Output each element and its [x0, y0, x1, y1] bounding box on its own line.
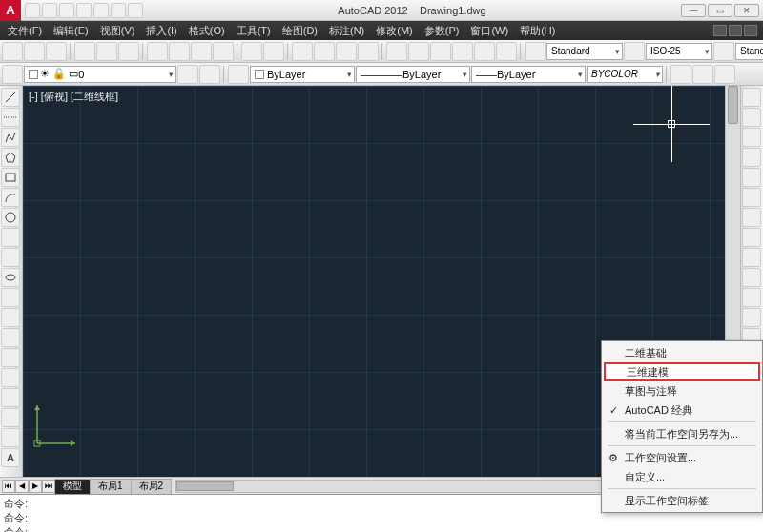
spline-icon[interactable] — [1, 248, 20, 267]
qat-more-icon[interactable] — [128, 3, 143, 18]
circle-icon[interactable] — [1, 208, 20, 227]
mdi-minimize-button[interactable] — [713, 25, 727, 36]
arc-icon[interactable] — [1, 188, 20, 207]
qat-new-icon[interactable] — [25, 3, 40, 18]
tab-nav-prev[interactable]: ◀ — [15, 480, 29, 493]
tool-palettes-icon[interactable] — [430, 42, 451, 61]
layer-previous-icon[interactable] — [177, 65, 198, 84]
insert-block-icon2[interactable] — [1, 308, 20, 327]
qat-open-icon[interactable] — [42, 3, 57, 18]
qat-print-icon[interactable] — [111, 3, 126, 18]
preview-icon[interactable] — [96, 42, 117, 61]
open-icon[interactable] — [24, 42, 45, 61]
cm-save-workspace-as[interactable]: 将当前工作空间另存为... — [604, 424, 760, 443]
menu-draw[interactable]: 绘图(D) — [277, 22, 323, 40]
line-icon[interactable] — [1, 88, 20, 107]
vscroll-thumb[interactable] — [728, 86, 738, 124]
menu-insert[interactable]: 插入(I) — [140, 22, 182, 40]
viewport-label[interactable]: [-] [俯视] [二维线框] — [29, 90, 118, 104]
close-button[interactable]: ✕ — [734, 4, 759, 17]
polyline-icon[interactable] — [1, 128, 20, 147]
array-icon[interactable] — [742, 168, 761, 187]
menu-view[interactable]: 视图(V) — [94, 22, 141, 40]
revision-cloud-icon[interactable] — [1, 228, 20, 247]
menu-edit[interactable]: 编辑(E) — [48, 22, 94, 40]
redo-icon[interactable] — [263, 42, 284, 61]
tablestyle-combo[interactable]: Standard — [735, 43, 763, 60]
color-control-icon[interactable] — [228, 65, 249, 84]
menu-format[interactable]: 格式(O) — [183, 22, 231, 40]
dimstyle-icon[interactable] — [624, 42, 645, 61]
extend-icon[interactable] — [742, 288, 761, 307]
undo-icon[interactable] — [241, 42, 262, 61]
layer-manager-icon[interactable] — [2, 65, 23, 84]
linetype-combo[interactable]: ———— ByLayer — [356, 66, 470, 83]
textstyle-icon[interactable] — [525, 42, 546, 61]
hscroll-thumb[interactable] — [176, 481, 234, 491]
rotate-icon[interactable] — [742, 208, 761, 227]
paste-icon[interactable] — [191, 42, 212, 61]
pan-icon[interactable] — [292, 42, 313, 61]
tab-layout1[interactable]: 布局1 — [90, 479, 132, 494]
tab-model[interactable]: 模型 — [54, 479, 91, 494]
minimize-button[interactable]: — — [681, 4, 706, 17]
make-block-icon[interactable] — [692, 65, 713, 84]
tablestyle-icon[interactable] — [713, 42, 734, 61]
point-icon[interactable] — [1, 348, 20, 367]
cmd-prompt[interactable]: 命令: — [4, 525, 759, 532]
color-combo[interactable]: ByLayer — [250, 66, 355, 83]
qat-undo-icon[interactable] — [76, 3, 92, 18]
menu-modify[interactable]: 修改(M) — [370, 22, 419, 40]
table-icon[interactable] — [1, 428, 20, 447]
menu-dimension[interactable]: 标注(N) — [323, 22, 370, 40]
maximize-button[interactable]: ▭ — [708, 4, 732, 17]
block-editor-icon[interactable] — [714, 65, 735, 84]
layer-combo[interactable]: ☀ 🔓 ▭ 0 — [24, 66, 176, 83]
properties-icon[interactable] — [386, 42, 407, 61]
plotstyle-combo[interactable]: BYCOLOR — [587, 66, 663, 83]
new-icon[interactable] — [2, 42, 23, 61]
menu-help[interactable]: 帮助(H) — [514, 22, 561, 40]
tab-nav-next[interactable]: ▶ — [29, 480, 42, 493]
region-icon[interactable] — [1, 408, 20, 427]
cm-2d-basic[interactable]: 二维基础 — [604, 343, 760, 362]
menu-parametric[interactable]: 参数(P) — [419, 22, 465, 40]
insert-block-icon[interactable] — [670, 65, 691, 84]
tab-layout2[interactable]: 布局2 — [131, 479, 173, 494]
sheet-set-icon[interactable] — [452, 42, 473, 61]
publish-icon[interactable] — [118, 42, 139, 61]
stretch-icon[interactable] — [742, 248, 761, 267]
lineweight-combo[interactable]: —— ByLayer — [471, 66, 586, 83]
qat-redo-icon[interactable] — [93, 3, 109, 18]
mdi-close-button[interactable] — [744, 25, 757, 36]
polygon-icon[interactable] — [1, 148, 20, 167]
design-center-icon[interactable] — [408, 42, 429, 61]
mirror-icon[interactable] — [742, 128, 761, 147]
zoom-icon[interactable] — [314, 42, 335, 61]
cm-autocad-classic[interactable]: AutoCAD 经典 — [604, 400, 760, 419]
gradient-icon[interactable] — [1, 388, 20, 407]
ellipse-icon[interactable] — [1, 268, 20, 287]
tab-nav-last[interactable]: ⏭ — [42, 480, 55, 493]
dimstyle-combo[interactable]: ISO-25 — [646, 43, 712, 60]
mtext-icon[interactable]: A — [1, 448, 20, 467]
zoom-previous-icon[interactable] — [358, 42, 379, 61]
make-block-icon2[interactable] — [1, 328, 20, 347]
move-icon[interactable] — [742, 188, 761, 207]
quickcalc-icon[interactable] — [496, 42, 517, 61]
offset-icon[interactable] — [742, 148, 761, 167]
cm-workspace-settings[interactable]: 工作空间设置... — [604, 448, 760, 467]
hatch-icon[interactable] — [1, 368, 20, 387]
qat-save-icon[interactable] — [59, 3, 74, 18]
mdi-restore-button[interactable] — [729, 25, 742, 36]
copy-icon[interactable] — [169, 42, 190, 61]
cm-show-workspace-label[interactable]: 显示工作空间标签 — [604, 491, 760, 510]
plot-icon[interactable] — [74, 42, 95, 61]
cm-3d-modeling[interactable]: 三维建模 — [604, 362, 760, 381]
textstyle-combo[interactable]: Standard — [546, 43, 623, 60]
cut-icon[interactable] — [147, 42, 168, 61]
cm-drafting-annotation[interactable]: 草图与注释 — [604, 381, 760, 400]
ellipse-arc-icon[interactable] — [1, 288, 20, 307]
cm-customize[interactable]: 自定义... — [604, 467, 760, 486]
rectangle-icon[interactable] — [1, 168, 20, 187]
